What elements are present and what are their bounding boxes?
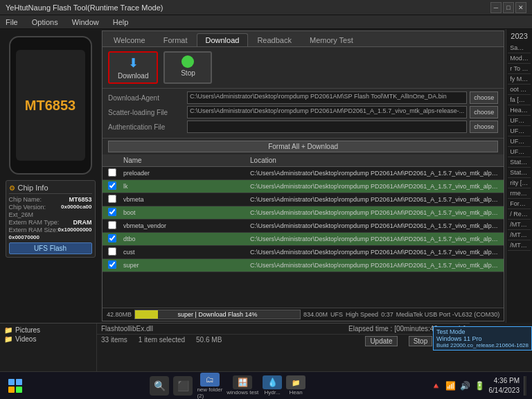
sidebar-item-6[interactable]: Health Check [BootROM] — [508, 105, 531, 116]
start-button[interactable] — [6, 376, 25, 396]
ufs-flash-button[interactable]: UFS Flash — [9, 242, 92, 254]
row-checkbox-5[interactable] — [108, 234, 116, 242]
sidebar-item-3[interactable]: fy Mode — [508, 74, 531, 85]
sidebar-item-16[interactable]: / Readlnfo (FM) — [508, 209, 531, 220]
sidebar-item-13[interactable]: rity [BootROM] — [508, 178, 531, 188]
download-agent-input[interactable]: C:\Users\Administrator\Desktop\rompdump … — [187, 91, 467, 104]
tray-sound-icon[interactable]: 🔊 — [460, 381, 470, 391]
taskbar-app-folder[interactable]: 🗂 new folder(2) — [197, 373, 222, 399]
file-explorer: 📁 Pictures 📁 Videos FlashtoollibEx.dll E… — [0, 323, 470, 371]
sidebar-item-0[interactable]: Samsung Qualcomm — [508, 43, 531, 53]
chip-info-panel: ⚙ Chip Info Chip Name: MT6853 Chip Versi… — [6, 180, 96, 258]
maximize-button[interactable]: □ — [503, 2, 514, 13]
file-explorer-main: FlashtoollibEx.dll Elapsed time : [00min… — [97, 323, 470, 371]
menu-help[interactable]: Help — [110, 17, 132, 28]
choose-agent-button[interactable]: choose — [470, 91, 498, 104]
status-total: 834.00M — [303, 311, 328, 318]
row-location-0: C:\Users\Administrator\Desktop\rompdump … — [247, 169, 501, 177]
menu-window[interactable]: Window — [69, 17, 102, 28]
sidebar-item-15[interactable]: Force BRom (FM) — [508, 199, 531, 209]
choose-scatter-button[interactable]: choose — [470, 106, 498, 118]
sidebar-item-8[interactable]: UFS) USER_SECTION] Dum — [508, 126, 531, 136]
sidebar-item-9[interactable]: UFS) BOOT_SECTION (Dum — [508, 136, 531, 147]
row-checkbox-3[interactable] — [108, 208, 116, 216]
stop-trace-button[interactable]: Stop — [409, 336, 433, 346]
tab-format[interactable]: Format — [154, 33, 197, 46]
table-row: vbmeta_vendor C:\Users\Administrator\Des… — [103, 220, 504, 233]
row-checkbox-4[interactable] — [108, 221, 116, 229]
download-icon: ⬇ — [128, 55, 139, 71]
ram-size-row: Extern RAM Size: 0x100000000 — [9, 227, 92, 233]
table-header: Name Location — [103, 154, 504, 167]
status-port: MediaTek USB Port -VL632 (COM30) — [396, 311, 500, 318]
hydra-app-icon: 💧 — [263, 375, 282, 389]
taskbar-app-hydra[interactable]: 💧 Hydr... — [263, 375, 282, 396]
status-fs: UFS — [330, 311, 343, 318]
tab-memory-test[interactable]: Memory Test — [301, 33, 362, 46]
download-agent-row: Download-Agent C:\Users\Administrator\De… — [108, 91, 498, 104]
flashtoollibex-dll: FlashtoollibEx.dll — [101, 325, 153, 332]
taskbar-task-view[interactable]: ⬛ — [173, 376, 193, 396]
show-desktop-button[interactable] — [524, 376, 526, 396]
row-location-6: C:\Users\Administrator\Desktop\rompdump … — [247, 248, 501, 256]
clock[interactable]: 4:36 PM 6/14/2023 — [489, 376, 520, 396]
ram-type-row: Extern RAM Type: DRAM — [9, 219, 92, 226]
sidebar-item-18[interactable]: /MT6765) Exit BRom — [508, 230, 531, 240]
taskbar-app-windows[interactable]: 🪟 windows test — [227, 375, 258, 396]
choose-auth-button[interactable]: choose — [470, 121, 498, 133]
stop-button[interactable]: Stop — [163, 51, 212, 84]
sidebar-item-12[interactable]: State [BootROM] — [508, 168, 531, 178]
sidebar-item-11[interactable]: State [BootROM] — [508, 157, 531, 168]
sidebar-item-5[interactable]: fa [BootROM] — [508, 95, 531, 105]
row-checkbox-2[interactable] — [108, 195, 116, 203]
menu-file[interactable]: File — [3, 17, 21, 28]
window-controls: ─ □ ✕ — [490, 2, 526, 13]
format-all-button[interactable]: Format All + Download — [108, 141, 498, 152]
sidebar-item-14[interactable]: rme) Download not comp — [508, 188, 531, 199]
chip-version-row: Chip Version: 0x0000ca00 — [9, 204, 92, 211]
test-mode-label: Test Mode Windows 11 Pro Build 22000.co_… — [433, 326, 532, 351]
download-button[interactable]: ⬇ Download — [108, 51, 158, 84]
taskbar-app-hean[interactable]: 📁 Hean — [286, 375, 305, 396]
row-checkbox-7[interactable] — [108, 260, 116, 269]
file-explorer-videos[interactable]: 📁 Videos — [2, 335, 94, 344]
taskbar-app-label-1: windows test — [227, 389, 258, 396]
row-checkbox-6[interactable] — [108, 247, 116, 256]
col-checkbox — [105, 156, 121, 165]
tray-arrow-icon[interactable]: 🔺 — [431, 381, 441, 391]
tab-download[interactable]: Download — [197, 33, 249, 46]
tab-readback[interactable]: Readback — [248, 33, 301, 46]
row-checkbox-1[interactable] — [108, 181, 116, 190]
file-explorer-pictures[interactable]: 📁 Pictures — [2, 326, 94, 335]
progress-bar: super | Download Flash 14% — [134, 310, 301, 319]
taskbar-app-label-2: Hydr... — [265, 389, 281, 396]
row-name-1: lk — [121, 182, 247, 190]
tab-welcome[interactable]: Welcome — [105, 33, 154, 46]
clock-time: 4:36 PM — [489, 376, 520, 386]
phone-screen: MT6853 — [16, 50, 85, 161]
table-row: super C:\Users\Administrator\Desktop\rom… — [103, 259, 504, 272]
sidebar-item-4[interactable]: oot Mode — [508, 85, 531, 95]
close-button[interactable]: ✕ — [515, 2, 526, 13]
menu-options[interactable]: Options — [29, 17, 61, 28]
tray-network-icon[interactable]: 📶 — [445, 381, 456, 391]
sidebar-item-17[interactable]: /MT6765) Force BRom — [508, 220, 531, 230]
minimize-button[interactable]: ─ — [490, 2, 502, 13]
scatter-input[interactable]: C:\Users\Administrator\Desktop\rompdump … — [187, 106, 467, 118]
folder-app-icon: 🗂 — [200, 373, 220, 387]
sidebar-item-1[interactable]: Mode Huawei — [508, 53, 531, 64]
tray-battery-icon[interactable]: 🔋 — [475, 381, 485, 391]
update-button[interactable]: Update — [365, 336, 397, 346]
auth-input[interactable] — [187, 121, 467, 133]
row-name-7: super — [121, 261, 247, 269]
sidebar-item-10[interactable]: UFS) BOOT_SECTION (UNI — [508, 147, 531, 157]
row-checkbox-0[interactable] — [108, 168, 116, 177]
sidebar-item-7[interactable]: UFS)|USER_SECTION] Dum — [508, 116, 531, 126]
taskbar-search-icon[interactable]: 🔍 — [150, 376, 169, 396]
row-location-4: C:\Users\Administrator\Desktop\rompdump … — [247, 222, 501, 230]
left-panel: MT6853 ⚙ Chip Info Chip Name: MT6853 Chi… — [0, 29, 100, 323]
table-row: boot C:\Users\Administrator\Desktop\romp… — [103, 206, 504, 220]
sidebar-item-2[interactable]: r To BRom — [508, 64, 531, 74]
row-name-0: preloader — [121, 169, 247, 177]
sidebar-item-19[interactable]: /MT6765) Remove Demo — [508, 240, 531, 251]
